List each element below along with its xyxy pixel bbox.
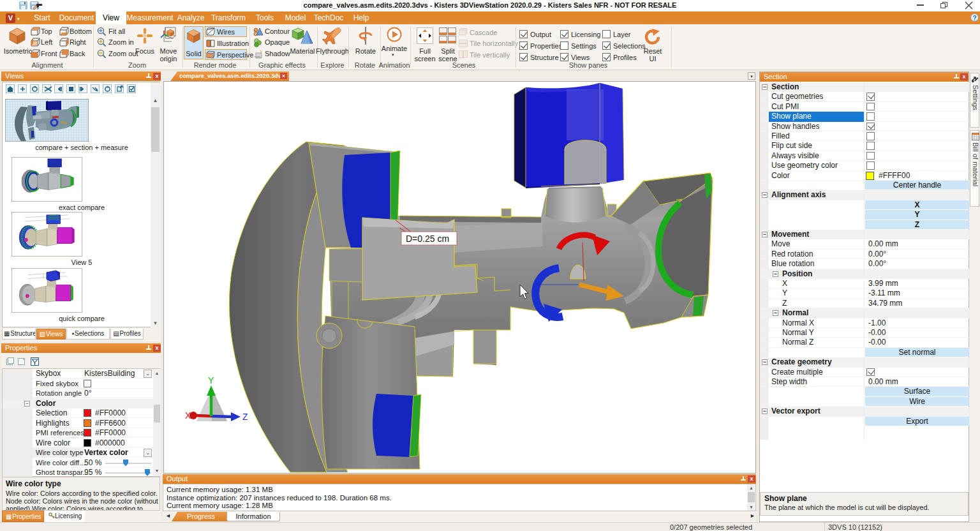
svg-text:Y: Y (208, 375, 214, 385)
svg-text:Z: Z (242, 412, 248, 422)
svg-text:D=0.25 cm: D=0.25 cm (406, 234, 449, 244)
svg-text:X: X (185, 410, 191, 421)
